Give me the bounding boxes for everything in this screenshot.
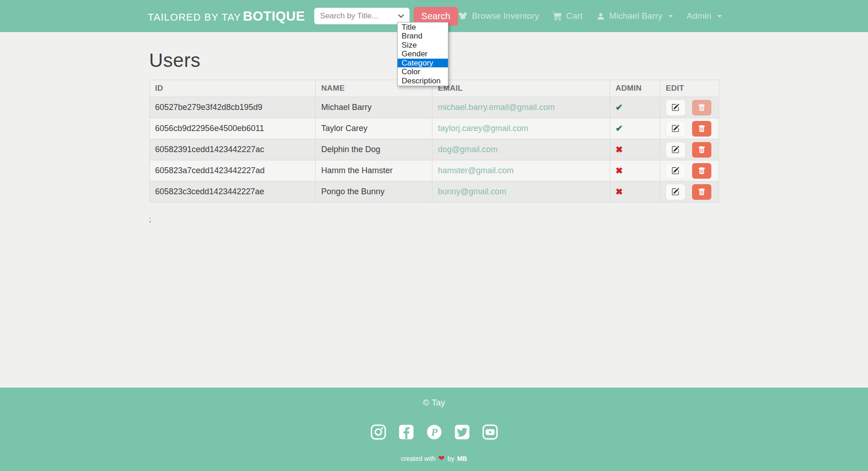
- created-by-line: created with ❤ by MB: [401, 455, 467, 462]
- delete-user-button[interactable]: [692, 184, 711, 200]
- stray-text: ;: [149, 215, 719, 223]
- facebook-icon[interactable]: [398, 424, 415, 440]
- user-email-cell: bunny@gmail.com: [432, 181, 610, 203]
- nav-cart-label: Cart: [566, 11, 583, 21]
- instagram-icon[interactable]: [370, 424, 387, 440]
- dropdown-option-gender[interactable]: Gender: [398, 49, 448, 59]
- twitter-icon[interactable]: [454, 424, 470, 440]
- nav-admin-menu[interactable]: Admin: [687, 11, 722, 21]
- user-admin-cell: ✔: [610, 118, 660, 139]
- user-id-cell: 60582391cedd1423442227ac: [149, 139, 316, 160]
- heart-icon: ❤: [438, 455, 445, 462]
- user-id-cell: 605823c3cedd1423442227ae: [149, 181, 316, 203]
- user-email-link[interactable]: taylorj.carey@gmail.com: [438, 124, 528, 133]
- user-actions-cell: [660, 160, 719, 181]
- user-email-cell: dog@gmail.com: [432, 139, 610, 160]
- user-admin-cell: ✖: [610, 160, 660, 181]
- user-name-cell: Delphin the Dog: [316, 139, 432, 160]
- search-options-dropdown: TitleBrandSizeGenderCategoryColorDescrip…: [397, 22, 448, 87]
- table-row: 60582391cedd1423442227ac Delphin the Dog…: [149, 139, 719, 160]
- brand-logo[interactable]: TAILORED BY TAY BOTIQUE: [148, 9, 305, 24]
- nav-browse-inventory[interactable]: Browse Inventory: [458, 11, 539, 21]
- user-admin-cell: ✔: [610, 97, 660, 118]
- search-select-value: Search by Title...: [320, 11, 378, 21]
- nav-admin-label: Admin: [687, 11, 711, 21]
- person-icon: [596, 12, 605, 21]
- footer: © Tay P: [0, 388, 868, 471]
- navbar: TAILORED BY TAY BOTIQUE Search by Title.…: [0, 0, 868, 32]
- user-email-link[interactable]: dog@gmail.com: [438, 145, 497, 154]
- column-header-id: ID: [149, 80, 316, 97]
- edit-user-button[interactable]: [666, 121, 685, 137]
- table-row: 6056cb9d22956e4500eb6011 Taylor Carey ta…: [149, 118, 719, 139]
- dropdown-option-brand[interactable]: Brand: [398, 32, 448, 41]
- author-initials: MB: [457, 455, 467, 462]
- tshirt-icon: [458, 11, 468, 21]
- nav-user-label: Michael Barry: [609, 11, 662, 21]
- youtube-icon[interactable]: [482, 424, 498, 440]
- user-email-cell: michael.barry.email@gmail.com: [432, 97, 610, 118]
- user-admin-cell: ✖: [610, 139, 660, 160]
- dropdown-option-title[interactable]: Title: [398, 23, 448, 32]
- brand-name-bold: BOTIQUE: [243, 9, 305, 24]
- nav-links: Browse Inventory Cart Michael Barry Admi…: [458, 11, 722, 21]
- user-email-link[interactable]: bunny@gmail.com: [438, 187, 506, 196]
- admin-status-icon: ✔: [616, 124, 623, 133]
- dropdown-option-category[interactable]: Category: [398, 59, 448, 68]
- edit-user-button[interactable]: [666, 163, 685, 179]
- svg-text:P: P: [431, 427, 437, 438]
- user-actions-cell: [660, 181, 719, 203]
- table-row: 60527be279e3f42d8cb195d9 Michael Barry m…: [149, 97, 719, 118]
- user-actions-cell: [660, 118, 719, 139]
- dropdown-option-color[interactable]: Color: [398, 67, 448, 77]
- user-email-link[interactable]: michael.barry.email@gmail.com: [438, 103, 555, 112]
- user-name-cell: Michael Barry: [316, 97, 432, 118]
- delete-user-button[interactable]: [692, 100, 711, 115]
- edit-user-button[interactable]: [666, 142, 685, 158]
- delete-user-button[interactable]: [692, 142, 711, 158]
- column-header-edit: EDIT: [660, 80, 719, 97]
- edit-user-button[interactable]: [666, 184, 685, 200]
- delete-user-button[interactable]: [692, 121, 711, 137]
- created-middle: by: [448, 455, 454, 462]
- dropdown-option-description[interactable]: Description: [398, 77, 448, 86]
- column-header-admin: ADMIN: [610, 80, 660, 97]
- search-form: Search by Title... Search TitleBrandSize…: [314, 7, 458, 26]
- nav-browse-label: Browse Inventory: [472, 11, 539, 21]
- user-id-cell: 605823a7cedd1423442227ad: [149, 160, 316, 181]
- user-id-cell: 60527be279e3f42d8cb195d9: [149, 97, 316, 118]
- copyright-text: © Tay: [423, 398, 445, 408]
- table-row: 605823c3cedd1423442227ae Pongo the Bunny…: [149, 181, 719, 203]
- delete-user-button[interactable]: [692, 163, 711, 179]
- user-name-cell: Hamm the Hamster: [316, 160, 432, 181]
- user-email-link[interactable]: hamster@gmail.com: [438, 166, 513, 175]
- social-links: P: [370, 424, 498, 440]
- brand-name-light: TAILORED BY TAY: [148, 11, 241, 23]
- user-name-cell: Pongo the Bunny: [316, 181, 432, 203]
- nav-user-menu[interactable]: Michael Barry: [596, 11, 673, 21]
- user-email-cell: taylorj.carey@gmail.com: [432, 118, 610, 139]
- admin-status-icon: ✔: [616, 103, 623, 112]
- users-table: ID NAME EMAIL ADMIN EDIT 60527be279e3f42…: [149, 80, 719, 203]
- user-id-cell: 6056cb9d22956e4500eb6011: [149, 118, 316, 139]
- admin-status-icon: ✖: [616, 187, 623, 197]
- nav-cart[interactable]: Cart: [553, 11, 583, 21]
- caret-down-icon: [668, 15, 673, 17]
- edit-user-button[interactable]: [666, 100, 685, 115]
- user-name-cell: Taylor Carey: [316, 118, 432, 139]
- search-category-select[interactable]: Search by Title...: [314, 8, 409, 24]
- table-row: 605823a7cedd1423442227ad Hamm the Hamste…: [149, 160, 719, 181]
- chevron-down-icon: [398, 12, 404, 18]
- user-email-cell: hamster@gmail.com: [432, 160, 610, 181]
- caret-down-icon: [717, 15, 722, 17]
- user-actions-cell: [660, 139, 719, 160]
- cart-icon: [553, 11, 562, 21]
- admin-status-icon: ✖: [616, 166, 623, 175]
- dropdown-option-size[interactable]: Size: [398, 41, 448, 50]
- pinterest-icon[interactable]: P: [426, 424, 442, 440]
- created-prefix: created with: [401, 455, 435, 462]
- user-actions-cell: [660, 97, 719, 118]
- admin-status-icon: ✖: [616, 145, 623, 154]
- user-admin-cell: ✖: [610, 181, 660, 203]
- column-header-email: EMAIL: [432, 80, 610, 97]
